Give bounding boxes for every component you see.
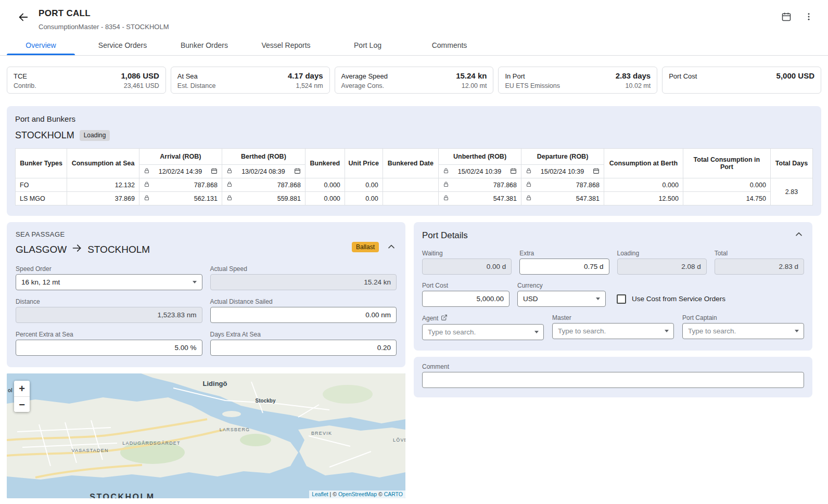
lock-icon[interactable] xyxy=(443,195,449,203)
lock-icon[interactable] xyxy=(526,181,532,189)
col-bunkered: Bunkered xyxy=(305,149,345,178)
tab-vessel-reports[interactable]: Vessel Reports xyxy=(245,36,327,55)
use-cost-checkbox-row: Use Cost from Service Orders xyxy=(617,291,804,307)
kpi-label: At Sea xyxy=(177,72,198,80)
collapse-chevron-up-icon[interactable] xyxy=(794,229,804,241)
percent-extra-at-sea-field: Percent Extra at Sea xyxy=(16,331,202,356)
zoom-in-button[interactable]: + xyxy=(14,381,30,396)
lock-icon[interactable] xyxy=(144,167,150,176)
unberthed-date-cell[interactable]: 15/02/24 10:39 xyxy=(439,165,521,178)
cell-berthed-rob: 787.868 xyxy=(222,178,305,192)
use-cost-checkbox[interactable] xyxy=(617,294,626,304)
port-captain-search-input[interactable] xyxy=(682,323,804,339)
percent-extra-at-sea-input[interactable] xyxy=(16,340,202,356)
kpi-sub-value: 1,524 nm xyxy=(296,82,323,89)
collapse-chevron-up-icon[interactable] xyxy=(386,242,397,254)
chevron-down-icon xyxy=(596,298,600,300)
unberthed-date: 15/02/24 10:39 xyxy=(452,168,507,175)
lock-icon[interactable] xyxy=(226,195,233,203)
kpi-label: TCE xyxy=(14,72,27,80)
map[interactable]: Lidingö Stockby ol LARSBERG BREVIK LÖVBE… xyxy=(7,373,405,498)
cell-unberthed-rob: 547.381 xyxy=(439,192,521,205)
days-extra-at-sea-input[interactable] xyxy=(210,340,397,356)
calendar-icon[interactable] xyxy=(211,167,218,176)
zoom-out-button[interactable]: − xyxy=(14,396,30,412)
cell-bunkered[interactable]: 0.000 xyxy=(305,192,345,205)
port-captain-label: Port Captain xyxy=(682,314,804,321)
comment-input[interactable] xyxy=(422,372,804,388)
cell-total-consumption-in-port: 14.750 xyxy=(683,192,770,205)
loading-input xyxy=(617,259,707,275)
lock-icon[interactable] xyxy=(144,181,150,189)
tab-bar: Overview Service Orders Bunker Orders Ve… xyxy=(0,36,828,56)
total-label: Total xyxy=(715,250,804,257)
speed-order-select[interactable]: 16 kn, 12 mt xyxy=(16,274,202,290)
lock-icon[interactable] xyxy=(226,181,233,189)
cell-bunkered-date[interactable] xyxy=(383,178,438,192)
lock-icon[interactable] xyxy=(443,181,449,189)
leaflet-link[interactable]: Leaflet xyxy=(312,491,328,497)
table-row-fo: FO 12.132 787.868 787.868 0.000 0.00 787… xyxy=(16,178,813,192)
chevron-down-icon xyxy=(665,330,669,332)
tab-service-orders[interactable]: Service Orders xyxy=(82,36,163,55)
kpi-card-average-speed: Average Speed15.24 kn Average Cons.12.00… xyxy=(335,67,494,94)
kpi-sub-label: EU ETS Emissions xyxy=(505,82,560,89)
tab-overview[interactable]: Overview xyxy=(0,36,82,55)
cell-unit-price[interactable]: 0.00 xyxy=(345,178,383,192)
speed-order-value: 16 kn, 12 mt xyxy=(21,278,60,286)
page-title: PORT CALL xyxy=(39,8,169,19)
lock-icon[interactable] xyxy=(443,167,449,176)
kpi-sub-value: 23,461 USD xyxy=(124,82,159,89)
actual-distance-sailed-input[interactable] xyxy=(210,307,397,323)
agent-search-input[interactable] xyxy=(422,324,544,340)
lock-icon[interactable] xyxy=(526,195,532,203)
more-options-button[interactable] xyxy=(803,10,814,24)
comment-label: Comment xyxy=(422,363,804,370)
tab-comments[interactable]: Comments xyxy=(409,36,490,55)
col-departure-rob: Departure (ROB) xyxy=(521,149,604,165)
master-label: Master xyxy=(552,314,674,321)
lock-icon[interactable] xyxy=(144,195,150,203)
port-details-title: Port Details xyxy=(422,230,468,241)
kpi-card-tce: TCE1,086 USD Contrib.23,461 USD xyxy=(7,67,166,94)
cell-bunkered[interactable]: 0.000 xyxy=(305,178,345,192)
rob-value: 787.868 xyxy=(194,182,218,189)
berthed-date-cell[interactable]: 13/02/24 08:39 xyxy=(222,165,305,178)
kpi-card-in-port: In Port2.83 days EU ETS Emissions10.02 m… xyxy=(498,67,657,94)
tab-bunker-orders[interactable]: Bunker Orders xyxy=(163,36,245,55)
currency-value: USD xyxy=(523,295,538,303)
port-cost-field: Port Cost xyxy=(422,282,509,307)
lock-icon[interactable] xyxy=(226,167,233,176)
arrival-date-cell[interactable]: 12/02/24 14:39 xyxy=(139,165,222,178)
carto-link[interactable]: CARTO xyxy=(384,491,403,497)
cell-bunkered-date[interactable] xyxy=(383,192,438,205)
departure-date-cell[interactable]: 15/02/24 10:39 xyxy=(521,165,604,178)
arrow-right-icon xyxy=(72,243,82,256)
currency-select[interactable]: USD xyxy=(517,291,606,307)
extra-input[interactable] xyxy=(519,259,609,275)
lock-icon[interactable] xyxy=(526,167,532,176)
kpi-sub-label: Average Cons. xyxy=(341,82,384,89)
col-total-days: Total Days xyxy=(770,149,812,178)
table-row-lsmgo: LS MGO 37.869 562.131 559.881 0.000 0.00… xyxy=(16,192,813,205)
openstreetmap-link[interactable]: OpenStreetMap xyxy=(338,491,377,497)
calendar-icon[interactable] xyxy=(510,167,517,176)
calendar-button[interactable] xyxy=(780,10,793,24)
calendar-icon[interactable] xyxy=(593,167,600,176)
port-cost-input[interactable] xyxy=(422,291,509,307)
actual-speed-label: Actual Speed xyxy=(210,265,397,273)
map-zoom-control: + − xyxy=(14,381,30,412)
map-label-stockby: Stockby xyxy=(256,398,276,404)
distance-field: Distance xyxy=(16,298,202,323)
table-header-row: Bunker Types Consumption at Sea Arrival … xyxy=(16,149,813,165)
distance-input xyxy=(16,307,202,323)
cell-consumption-at-sea: 12.132 xyxy=(67,178,139,192)
external-link-icon[interactable] xyxy=(441,314,448,322)
tab-port-log[interactable]: Port Log xyxy=(327,36,409,55)
master-search-input[interactable] xyxy=(552,323,674,339)
calendar-icon[interactable] xyxy=(294,167,301,176)
back-button[interactable] xyxy=(17,10,30,25)
cell-unit-price[interactable]: 0.00 xyxy=(345,192,383,205)
kpi-sub-label: Contrib. xyxy=(14,82,36,89)
col-berthed-rob: Berthed (ROB) xyxy=(222,149,305,165)
